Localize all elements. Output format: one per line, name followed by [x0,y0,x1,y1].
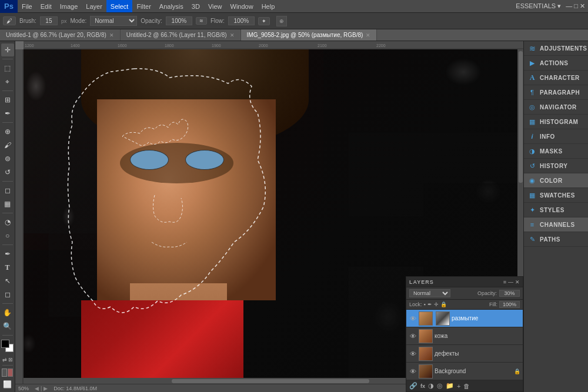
tool-hand[interactable]: ✋ [1,306,14,319]
tool-screen-mode[interactable]: ⬜ [1,378,14,391]
tool-path-select[interactable]: ↖ [1,274,14,287]
tool-crop[interactable]: ⊞ [1,93,14,106]
menu-file[interactable]: File [18,0,36,12]
tool-pen[interactable]: ✒ [1,247,14,260]
brush-size-input[interactable] [40,16,58,25]
layers-options-btn[interactable]: ≡ [503,279,506,285]
tool-history-brush[interactable]: ↺ [1,166,14,179]
menu-help[interactable]: Help [258,0,279,12]
tool-lasso[interactable]: ⌖ [1,75,14,88]
layer-adjustment-btn[interactable]: ◎ [437,382,443,390]
lock-position-btn[interactable]: ✛ [434,301,439,307]
menu-analysis[interactable]: Analysis [155,0,188,12]
fill-input[interactable] [499,301,520,308]
opacity-input[interactable] [166,16,192,25]
tab-1-close[interactable]: ✕ [230,32,235,38]
layer-row-1[interactable]: 👁 кожа [406,327,523,345]
panel-histogram[interactable]: HISTOGRAM [524,115,588,129]
layer-new-btn[interactable]: + [457,383,460,390]
tool-type[interactable]: T [1,261,14,274]
panel-swatches[interactable]: SWATCHES [524,188,588,203]
flow-input[interactable] [228,16,255,25]
scroll-x-thumb[interactable] [172,379,369,383]
tab-1[interactable]: Untitled-2 @ 66.7% (Layer 11, RGB/8) ✕ [121,29,241,41]
layer-0-eye[interactable]: 👁 [409,314,417,323]
tool-move[interactable]: ✛ [1,43,14,56]
layer-2-eye[interactable]: 👁 [409,350,417,358]
panel-actions[interactable]: ACTIONS [524,56,588,71]
blend-mode-select[interactable]: Normal Multiply Screen [409,289,450,297]
nav-arrows[interactable]: ◀ | ▶ [35,386,48,391]
tab-2-close[interactable]: ✕ [366,32,370,38]
menu-3d[interactable]: 3D [188,0,204,12]
panel-history[interactable]: HISTORY [524,159,588,173]
menu-image[interactable]: Image [56,0,82,12]
tab-0[interactable]: Untitled-1 @ 66.7% (Layer 20, RGB/8) ✕ [0,29,121,41]
lock-transparent-btn[interactable]: ▪ [424,301,426,307]
layers-close-btn[interactable]: ✕ [515,279,520,285]
menu-window[interactable]: Window [226,0,258,12]
tool-zoom[interactable]: 🔍 [1,320,14,333]
foreground-color[interactable] [1,340,9,348]
tab-2[interactable]: IMG_9058-2.jpg @ 50% (размытие, RGB/8) ✕ [241,29,377,41]
layer-row-0[interactable]: 👁 размытие [406,310,523,327]
panel-masks[interactable]: MASKS [524,144,588,159]
tool-eraser[interactable]: ◻ [1,184,14,197]
default-colors-btn[interactable]: ⊠ [8,357,13,363]
panel-color[interactable]: COLOR [524,173,588,188]
tool-blur[interactable]: ◔ [1,216,14,229]
opacity-airbrush-btn[interactable]: ≋ [196,17,207,25]
panel-adjustments[interactable]: ADJUSTMENTS [524,41,588,56]
layer-row-3[interactable]: 👁 Background 🔒 [406,363,523,380]
tool-rectangular-marquee[interactable]: ⬚ [1,62,14,75]
tool-spot-heal[interactable]: ⊕ [1,125,14,138]
face-skin [97,99,276,300]
tool-dodge[interactable]: ○ [1,229,14,242]
menu-filter[interactable]: Filter [132,0,155,12]
switch-colors-btn[interactable]: ⇄ [2,357,7,363]
navigator-label: NAVIGATOR [540,104,577,110]
layer-link-btn[interactable]: 🔗 [409,382,417,390]
lock-image-btn[interactable]: ✒ [427,301,432,307]
lock-all-btn[interactable]: 🔒 [440,301,447,307]
tool-quick-mask[interactable] [2,368,14,377]
tool-brush[interactable]: 🖌 [1,139,14,152]
panel-info[interactable]: INFO [524,129,588,144]
layer-1-eye[interactable]: 👁 [409,332,417,340]
panel-character[interactable]: CHARACTER [524,71,588,85]
nav-right[interactable]: ▶ [44,386,48,391]
tool-clone[interactable]: ⊚ [1,152,14,165]
tool-eyedropper[interactable]: ✒ [1,107,14,120]
layer-3-eye[interactable]: 👁 [409,367,417,376]
layer-group-btn[interactable]: 📁 [446,382,454,390]
panel-paths[interactable]: PATHS [524,232,588,247]
flow-btn[interactable]: ✦ [258,17,270,25]
panel-channels[interactable]: CHANNELS [524,217,588,232]
masks-label: MASKS [540,148,563,155]
menu-view[interactable]: View [204,0,226,12]
menu-layer[interactable]: Layer [82,0,106,12]
panel-navigator[interactable]: NAVIGATOR [524,100,588,115]
scroll-y-thumb[interactable] [519,51,523,183]
color-swatches[interactable] [1,340,14,355]
tool-gradient[interactable]: ▦ [1,197,14,210]
tab-0-close[interactable]: ✕ [109,32,114,38]
extra-options-btn[interactable]: ⊕ [276,16,287,26]
tool-shape[interactable]: ◻ [1,288,14,301]
layer-row-2[interactable]: 👁 дефекты [406,345,523,363]
color-icon [527,176,537,185]
panel-paragraph[interactable]: PARAGRAPH [524,85,588,100]
nav-left[interactable]: ◀ [35,386,39,391]
brush-picker-btn[interactable]: 🖌 [3,16,16,25]
layers-minimize-btn[interactable]: — [508,279,513,285]
layer-fx-btn[interactable]: fx [420,383,425,389]
menu-select[interactable]: Select [106,0,133,12]
mode-select[interactable]: Normal [90,16,137,26]
info-icon [527,132,537,141]
panel-styles[interactable]: STYLES [524,203,588,217]
layer-delete-btn[interactable]: 🗑 [463,383,470,390]
workspace-label[interactable]: ESSENTIALS ▾ [516,2,561,10]
opacity-input[interactable] [499,290,520,297]
menu-edit[interactable]: Edit [36,0,56,12]
layer-mask-btn[interactable]: ◑ [428,382,434,390]
